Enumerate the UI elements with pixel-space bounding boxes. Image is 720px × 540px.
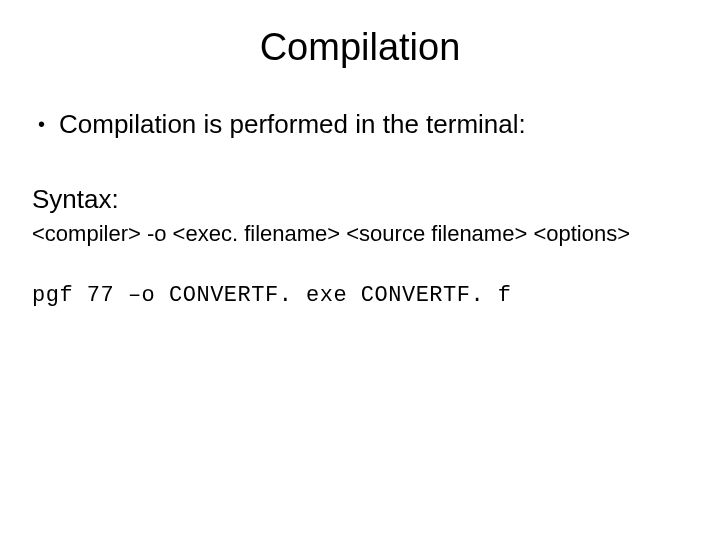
syntax-label: Syntax:	[30, 184, 690, 215]
bullet-item: • Compilation is performed in the termin…	[30, 109, 690, 140]
bullet-text: Compilation is performed in the terminal…	[59, 109, 526, 140]
slide-title: Compilation	[30, 26, 690, 69]
code-example: pgf 77 –o CONVERTF. exe CONVERTF. f	[30, 283, 690, 308]
bullet-dot: •	[38, 109, 45, 139]
syntax-template: <compiler> -o <exec. filename> <source f…	[30, 221, 690, 247]
